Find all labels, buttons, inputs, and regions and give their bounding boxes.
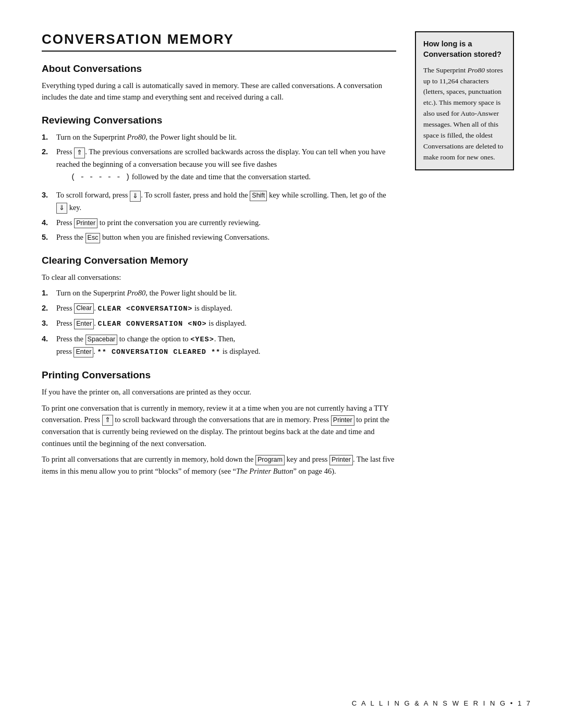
printing-para3: To print all conversations that are curr… bbox=[42, 453, 396, 477]
reviewing-step-3: 3. To scroll forward, press ⇓. To scroll… bbox=[42, 189, 396, 213]
section-heading-printing: Printing Conversations bbox=[42, 369, 396, 381]
step-text-3: To scroll forward, press ⇓. To scroll fa… bbox=[56, 189, 396, 213]
printer-key-2: Printer bbox=[331, 415, 354, 426]
clearing-intro: To clear all conversations: bbox=[42, 272, 396, 283]
clearing-step-num-2: 2. bbox=[42, 302, 51, 314]
step-num-4: 4. bbox=[42, 217, 51, 228]
scroll-forward-key-2: ⇓ bbox=[56, 203, 67, 214]
scroll-forward-key-1: ⇓ bbox=[130, 191, 141, 202]
step-num-3: 3. bbox=[42, 189, 51, 201]
about-body: Everything typed during a call is automa… bbox=[42, 80, 396, 103]
clearing-steps: 1. Turn on the Superprint Pro80, the Pow… bbox=[42, 287, 396, 358]
clearing-step-1: 1. Turn on the Superprint Pro80, the Pow… bbox=[42, 287, 396, 299]
clearing-step-2: 2. Press Clear. CLEAR <CONVERSATION> is … bbox=[42, 302, 396, 315]
printer-key-1: Printer bbox=[74, 218, 97, 229]
step-num-2: 2. bbox=[42, 146, 51, 157]
step-text-1: Turn on the Superprint Pro80, the Power … bbox=[56, 131, 396, 143]
clearing-step-4: 4. Press the Spacebar to change the opti… bbox=[42, 333, 396, 358]
yes-option: <YES> bbox=[190, 336, 214, 343]
enter-key-1: Enter bbox=[74, 319, 94, 329]
step-text-4: Press Printer to print the conversation … bbox=[56, 217, 396, 228]
enter-key-2: Enter bbox=[74, 347, 93, 357]
clearing-step-text-3: Press Enter. CLEAR CONVERSATION <NO> is … bbox=[56, 317, 396, 330]
reviewing-step-2: 2. Press ⇑. The previous conversations a… bbox=[42, 146, 396, 186]
clearing-step-3: 3. Press Enter. CLEAR CONVERSATION <NO> … bbox=[42, 317, 396, 330]
esc-key: Esc bbox=[85, 233, 101, 243]
section-heading-about: About Conversations bbox=[42, 63, 396, 75]
scroll-back-key-2: ⇑ bbox=[102, 415, 113, 426]
step-text-5: Press the Esc button when you are finish… bbox=[56, 231, 396, 243]
printer-key-3: Printer bbox=[329, 455, 353, 465]
clearing-step-num-4: 4. bbox=[42, 333, 51, 344]
clear-conversation-cmd: CLEAR <CONVERSATION> bbox=[97, 305, 192, 313]
reviewing-step-1: 1. Turn on the Superprint Pro80, the Pow… bbox=[42, 131, 396, 143]
main-content: CONVERSATION MEMORY About Conversations … bbox=[42, 31, 396, 481]
shift-key: Shift bbox=[250, 191, 267, 201]
section-heading-clearing: Clearing Conversation Memory bbox=[42, 255, 396, 266]
step-num-1: 1. bbox=[42, 131, 51, 143]
page-title: CONVERSATION MEMORY bbox=[42, 31, 396, 52]
footer: C A L L I N G & A N S W E R I N G • 1 7 bbox=[352, 699, 532, 707]
sidebar: How long is a Conversation stored? The S… bbox=[415, 31, 514, 481]
clearing-step-num-1: 1. bbox=[42, 287, 51, 299]
step-2-continuation: ( - - - - - ) followed by the date and t… bbox=[56, 171, 396, 183]
printer-button-italic: The Printer Button bbox=[236, 467, 293, 475]
reviewing-step-4: 4. Press Printer to print the conversati… bbox=[42, 217, 396, 228]
sidebar-box: How long is a Conversation stored? The S… bbox=[415, 31, 514, 170]
clearing-step-text-1: Turn on the Superprint Pro80, the Power … bbox=[56, 287, 396, 299]
printing-para1: If you have the printer on, all conversa… bbox=[42, 386, 396, 398]
step-text-2: Press ⇑. The previous conversations are … bbox=[56, 146, 396, 186]
step-num-5: 5. bbox=[42, 231, 51, 243]
reviewing-step-5: 5. Press the Esc button when you are fin… bbox=[42, 231, 396, 243]
sidebar-box-body: The Superprint Pro80 stores up to 11,264… bbox=[423, 65, 506, 163]
sidebar-box-title: How long is a Conversation stored? bbox=[423, 39, 506, 60]
clearing-step-text-2: Press Clear. CLEAR <CONVERSATION> is dis… bbox=[56, 302, 396, 315]
conversation-cleared-cmd: ** CONVERSATION CLEARED ** bbox=[97, 348, 221, 356]
section-heading-reviewing: Reviewing Conversations bbox=[42, 115, 396, 126]
clear-key: Clear bbox=[74, 303, 94, 314]
clearing-step-num-3: 3. bbox=[42, 317, 51, 329]
scroll-back-key: ⇑ bbox=[74, 147, 85, 158]
clear-conversation-no-cmd: CLEAR CONVERSATION <NO> bbox=[97, 320, 206, 328]
printing-para2: To print one conversation that is curren… bbox=[42, 402, 396, 450]
program-key: Program bbox=[255, 455, 285, 465]
reviewing-steps: 1. Turn on the Superprint Pro80, the Pow… bbox=[42, 131, 396, 243]
clearing-step-text-4: Press the Spacebar to change the option … bbox=[56, 333, 396, 358]
spacebar-key: Spacebar bbox=[85, 335, 118, 345]
